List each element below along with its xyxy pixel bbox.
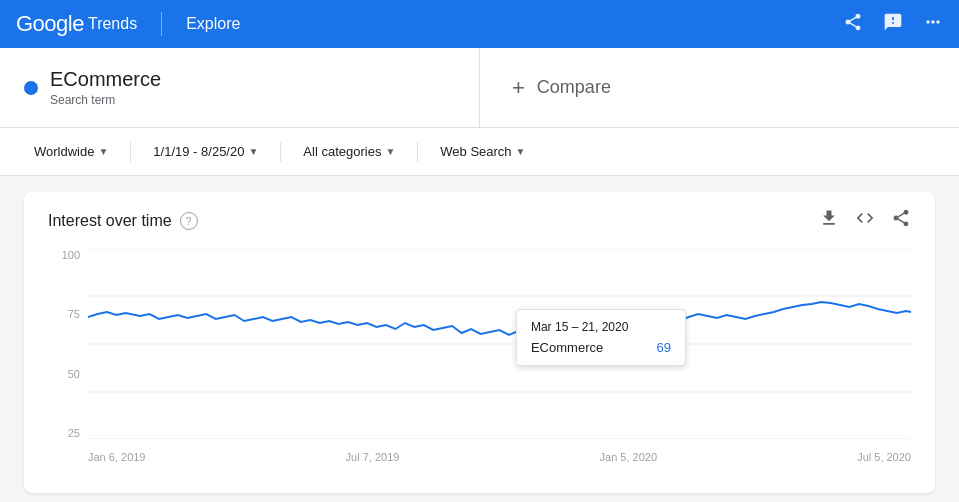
interest-over-time-card: Interest over time ? 100 75 50 xyxy=(24,192,935,493)
main-content: Interest over time ? 100 75 50 xyxy=(0,176,959,502)
trend-line-svg xyxy=(88,249,911,439)
filter-separator-2 xyxy=(280,142,281,162)
help-icon[interactable]: ? xyxy=(180,212,198,230)
y-label-100: 100 xyxy=(62,249,80,261)
filter-separator-1 xyxy=(130,142,131,162)
date-dropdown-arrow: ▼ xyxy=(248,146,258,157)
y-label-25: 25 xyxy=(68,427,80,439)
tooltip-date: Mar 15 – 21, 2020 xyxy=(531,320,671,334)
x-label-jan2019: Jan 6, 2019 xyxy=(88,451,146,463)
app-header: Google Trends Explore xyxy=(0,0,959,48)
share-icon[interactable] xyxy=(891,208,911,233)
category-label: All categories xyxy=(303,144,381,159)
tooltip-row: ECommerce 69 xyxy=(531,340,671,355)
term-type: Search term xyxy=(50,93,161,107)
logo: Google Trends xyxy=(16,11,137,37)
search-type-dropdown-arrow: ▼ xyxy=(516,146,526,157)
date-filter[interactable]: 1/1/19 - 8/25/20 ▼ xyxy=(143,138,268,165)
explore-label: Explore xyxy=(186,15,240,33)
card-title: Interest over time xyxy=(48,212,172,230)
term-info: ECommerce Search term xyxy=(50,68,161,107)
compare-plus-icon: + xyxy=(512,75,525,101)
x-label-jul2019: Jul 7, 2019 xyxy=(346,451,400,463)
search-type-label: Web Search xyxy=(440,144,511,159)
share-icon[interactable] xyxy=(843,12,863,37)
chart-svg-container: Mar 15 – 21, 2020 ECommerce 69 xyxy=(88,249,911,439)
location-filter[interactable]: Worldwide ▼ xyxy=(24,138,118,165)
search-type-filter[interactable]: Web Search ▼ xyxy=(430,138,535,165)
header-divider xyxy=(161,12,162,36)
embed-icon[interactable] xyxy=(855,208,875,233)
compare-box[interactable]: + Compare xyxy=(480,48,959,127)
apps-icon[interactable] xyxy=(923,12,943,37)
x-axis-labels: Jan 6, 2019 Jul 7, 2019 Jan 5, 2020 Jul … xyxy=(88,445,911,469)
tooltip-term: ECommerce xyxy=(531,340,603,355)
y-axis-labels: 100 75 50 25 xyxy=(48,249,88,439)
tooltip-value: 69 xyxy=(656,340,670,355)
x-label-jul2020: Jul 5, 2020 xyxy=(857,451,911,463)
search-area: ECommerce Search term + Compare xyxy=(0,48,959,128)
card-actions xyxy=(819,208,911,233)
header-icons xyxy=(843,12,943,37)
chart-tooltip: Mar 15 – 21, 2020 ECommerce 69 xyxy=(516,309,686,366)
category-filter[interactable]: All categories ▼ xyxy=(293,138,405,165)
term-name: ECommerce xyxy=(50,68,161,91)
category-dropdown-arrow: ▼ xyxy=(385,146,395,157)
date-label: 1/1/19 - 8/25/20 xyxy=(153,144,244,159)
compare-label: Compare xyxy=(537,77,611,98)
card-header: Interest over time ? xyxy=(48,208,911,233)
y-label-50: 50 xyxy=(68,368,80,380)
term-color-dot xyxy=(24,81,38,95)
filter-separator-3 xyxy=(417,142,418,162)
feedback-icon[interactable] xyxy=(883,12,903,37)
google-wordmark: Google xyxy=(16,11,84,37)
filter-bar: Worldwide ▼ 1/1/19 - 8/25/20 ▼ All categ… xyxy=(0,128,959,176)
download-icon[interactable] xyxy=(819,208,839,233)
chart-area: 100 75 50 25 Mar 1 xyxy=(48,249,911,469)
search-term-box: ECommerce Search term xyxy=(0,48,480,127)
location-dropdown-arrow: ▼ xyxy=(98,146,108,157)
location-label: Worldwide xyxy=(34,144,94,159)
card-title-group: Interest over time ? xyxy=(48,212,198,230)
x-label-jan2020: Jan 5, 2020 xyxy=(600,451,658,463)
trends-wordmark: Trends xyxy=(88,15,137,33)
y-label-75: 75 xyxy=(68,308,80,320)
